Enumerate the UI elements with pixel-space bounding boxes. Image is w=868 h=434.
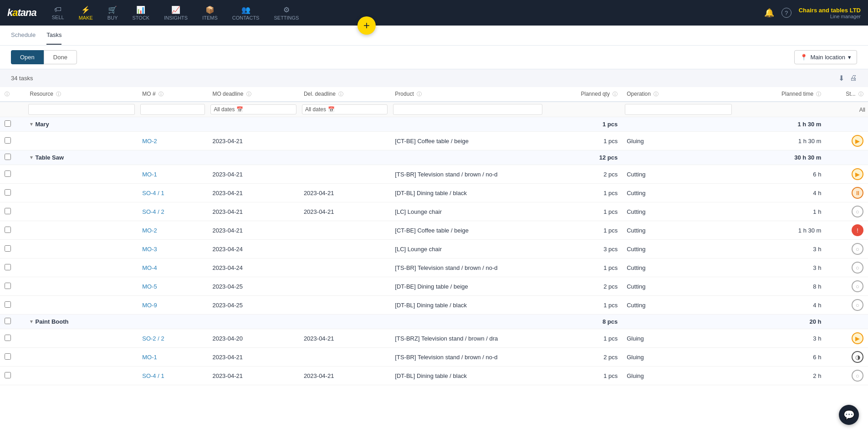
status-partial-icon[interactable]: ◑ [852,351,863,363]
status-pending-icon[interactable]: ○ [852,370,863,382]
del-deadline-filter[interactable]: All dates 📅 [302,104,388,114]
row-checkbox[interactable] [5,264,11,270]
status-cell: ▶ [826,132,868,150]
status-started-icon[interactable]: ▶ [852,168,863,180]
notification-bell-icon[interactable]: 🔔 [764,8,774,18]
mo-link[interactable]: MO-5 [142,283,157,290]
nav-item-settings[interactable]: ⚙ SETTINGS [267,3,305,23]
planned-qty: 2 pcs [545,165,623,184]
status-pending-icon[interactable]: ○ [852,280,863,292]
nav-item-sell[interactable]: 🏷 SELL [46,3,71,23]
product-name: [TS-BR] Television stand / brown / no-d [390,348,545,367]
mo-link[interactable]: MO-2 [142,138,157,145]
nav-item-insights[interactable]: 📈 INSIGHTS [158,3,194,23]
row-checkbox[interactable] [5,301,11,308]
tab-tasks[interactable]: Tasks [46,26,61,45]
done-button[interactable]: Done [44,50,77,64]
nav-item-stock[interactable]: 📊 STOCK [126,3,156,23]
sub-nav: Schedule Tasks [0,26,868,46]
make-icon: ⚡ [81,5,90,14]
row-checkbox[interactable] [5,137,11,144]
mo-link[interactable]: MO-2 [142,227,157,234]
group-row[interactable]: ▾ Mary 1 pcs 1 h 30 m [0,117,868,132]
mo-deadline: 2023-04-25 [208,277,299,296]
operation-filter-input[interactable] [625,104,732,115]
mo-link[interactable]: MO-9 [142,302,157,309]
nav-item-make[interactable]: ⚡ MAKE [72,3,99,23]
nav-item-buy[interactable]: 🛒 BUY [101,3,124,23]
row-checkbox[interactable] [5,245,11,252]
mo-deadline: 2023-04-25 [208,296,299,315]
mo-link[interactable]: MO-3 [142,246,157,253]
nav-item-items[interactable]: 📦 ITEMS [196,3,224,23]
buy-icon: 🛒 [108,5,117,14]
del-deadline: 2023-04-21 [299,202,390,221]
mo-info-icon: ⓘ [158,91,163,97]
status-pending-icon[interactable]: ○ [852,243,863,255]
group-name-label: Paint Booth [36,318,69,325]
open-done-toggle: Open Done [11,50,77,64]
tab-schedule[interactable]: Schedule [11,26,36,45]
status-info-icon: ⓘ [858,91,863,97]
mo-link[interactable]: SO-4 / 1 [142,372,164,379]
mo-link[interactable]: MO-1 [142,171,157,178]
mo-deadline-filter[interactable]: All dates 📅 [210,104,296,114]
mo-link[interactable]: MO-1 [142,354,157,361]
operation: Cutting [622,202,735,221]
row-checkbox[interactable] [5,227,11,233]
logo[interactable]: katana [7,7,36,19]
group-row[interactable]: ▾ Table Saw 12 pcs 30 h 30 m [0,150,868,165]
row-checkbox[interactable] [5,189,11,196]
mo-link[interactable]: SO-2 / 2 [142,335,164,342]
row-checkbox[interactable] [5,335,11,341]
resource-filter-input[interactable] [28,104,135,115]
status-started-icon[interactable]: ▶ [852,332,863,344]
open-button[interactable]: Open [11,50,44,64]
product-name: [CT-BE] Coffee table / beige [390,221,545,240]
tasks-table: ⓘ Resource ⓘ MO # ⓘ MO deadline ⓘ Del. d… [0,87,868,385]
mo-filter-input[interactable] [140,104,205,115]
location-button[interactable]: 📍 Main location ▾ [794,50,857,64]
table-row: MO-9 2023-04-25 [DT-BL] Dining table / b… [0,296,868,315]
mo-link[interactable]: SO-4 / 2 [142,208,164,215]
status-started-icon[interactable]: ▶ [852,135,863,147]
group-row[interactable]: ▾ Paint Booth 8 pcs 20 h [0,315,868,329]
status-pending-icon[interactable]: ○ [852,299,863,311]
table-row: SO-4 / 1 2023-04-21 2023-04-21 [DT-BL] D… [0,367,868,385]
mo-link[interactable]: MO-4 [142,264,157,271]
del-deadline [299,348,390,367]
chat-bubble[interactable]: 💬 [839,405,859,425]
status-cell: ○ [826,202,868,221]
product-name: [TS-BR] Television stand / brown / no-d [390,258,545,277]
planned-time-info-icon: ⓘ [816,91,821,97]
status-paused-icon[interactable]: ⏸ [852,187,863,199]
mo-number: MO-5 [138,277,208,296]
print-icon[interactable]: 🖨 [850,74,857,83]
row-checkbox[interactable] [5,353,11,360]
group-checkbox[interactable] [5,120,11,127]
row-checkbox[interactable] [5,208,11,214]
group-checkbox[interactable] [5,154,11,160]
row-checkbox[interactable] [5,372,11,378]
table-row: MO-5 2023-04-25 [DT-BE] Dining table / b… [0,277,868,296]
tasks-toolbar-icons: ⬇ 🖨 [838,74,857,83]
status-overdue-icon[interactable]: ! [852,224,863,236]
planned-qty: 1 pcs [545,221,623,240]
row-checkbox[interactable] [5,283,11,289]
group-checkbox[interactable] [5,318,11,324]
mo-link[interactable]: SO-4 / 1 [142,190,164,196]
mo-deadline: 2023-04-21 [208,202,299,221]
status-filter[interactable]: All [859,107,865,113]
help-icon[interactable]: ? [781,8,791,18]
status-pending-icon[interactable]: ○ [852,206,863,217]
settings-icon: ⚙ [283,5,290,14]
mo-number: MO-2 [138,221,208,240]
download-icon[interactable]: ⬇ [838,74,844,83]
status-pending-icon[interactable]: ○ [852,262,863,274]
row-checkbox[interactable] [5,170,11,177]
product-filter-input[interactable] [393,104,542,115]
operation: Cutting [622,165,735,184]
nav-item-contacts[interactable]: 👥 CONTACTS [226,3,266,23]
planned-qty: 1 pcs [545,367,623,385]
fab-add-button[interactable]: + [357,16,376,35]
